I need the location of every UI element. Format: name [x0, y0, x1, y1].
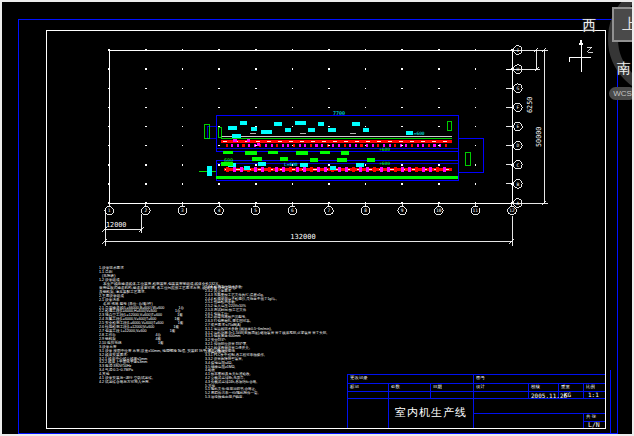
station-tick — [321, 144, 323, 147]
column-bubble-label: 6 — [291, 208, 294, 213]
grid-dot — [108, 49, 110, 51]
dim-total-height: 50000 — [535, 127, 543, 147]
station-tick — [401, 167, 404, 172]
title-block: 更改记录 图号 标记处数日期设计校核重量比例 2005.11.26 KG 1:1… — [347, 374, 605, 428]
grid-dot — [108, 126, 110, 128]
station-tick — [276, 144, 278, 147]
station-tick — [226, 167, 229, 172]
viewcube-west-label[interactable]: 西 — [582, 17, 596, 35]
station-tick — [233, 167, 236, 172]
grid-dot — [218, 145, 220, 147]
grid-dot — [292, 107, 294, 109]
grid-dot — [182, 88, 184, 90]
grid-dot — [218, 88, 220, 90]
ucs-icon — [569, 39, 593, 72]
grid-dot — [438, 88, 440, 90]
station-tick — [304, 144, 306, 147]
station-tick — [299, 144, 301, 147]
station-tick — [296, 167, 299, 172]
grid-dot — [255, 126, 257, 128]
grid-dot — [255, 68, 257, 70]
station-tick — [242, 144, 244, 147]
grid-dot — [145, 126, 147, 128]
station-tick — [268, 167, 271, 172]
grid-dot — [292, 88, 294, 90]
station-tick — [422, 167, 425, 172]
tb-column-label: 重量 — [561, 385, 570, 389]
station-tick — [287, 144, 289, 147]
station-tick — [417, 144, 419, 147]
grid-dot — [328, 164, 330, 166]
station-tick — [443, 167, 446, 172]
tb-scale: 1:1 — [588, 392, 599, 398]
row-bubble-label: H — [516, 67, 519, 72]
grid-dot — [108, 164, 110, 166]
grid-dot — [401, 88, 403, 90]
grid-dot — [475, 126, 477, 128]
grid-dot — [475, 145, 477, 147]
column-bubble-label: 3 — [181, 208, 184, 213]
tb-column-label: 比例 — [586, 385, 595, 389]
row-axis-bubbles: IHGFEDCBA — [506, 46, 522, 208]
grid-dot — [292, 183, 294, 185]
station-tick — [237, 144, 239, 147]
grid-dot — [401, 183, 403, 185]
station-tick — [317, 167, 320, 172]
tb-column-label: 日期 — [433, 385, 442, 389]
column-bubble-label: 1 — [108, 208, 111, 213]
grid-dot — [145, 183, 147, 185]
grid-dot — [108, 183, 110, 185]
grid-dot — [255, 88, 257, 90]
grid-dot — [292, 145, 294, 147]
station-tick — [324, 167, 327, 172]
tb-column-label: 校核 — [531, 385, 540, 389]
grid-dot — [145, 49, 147, 51]
grid-dot — [438, 49, 440, 51]
grid-dot — [438, 183, 440, 185]
grid-dot — [255, 183, 257, 185]
row-bubble-label: E — [516, 124, 519, 129]
grid-dot — [218, 126, 220, 128]
grid-dot — [182, 126, 184, 128]
wcs-dropdown[interactable]: WCS — [609, 87, 634, 100]
station-tick — [359, 167, 362, 172]
station-tick — [433, 144, 435, 147]
tb-weight-unit: KG — [564, 392, 571, 398]
viewcube-top-face[interactable]: 上 — [612, 7, 634, 42]
station-tick — [344, 144, 346, 147]
station-tick — [352, 167, 355, 172]
viewcube-south-label[interactable]: 南 — [617, 60, 631, 78]
station-tick — [275, 167, 278, 172]
grid-dot — [401, 145, 403, 147]
station-tick — [372, 144, 374, 147]
station-tick — [282, 144, 284, 147]
notes-column-1: 1.设备技术要求1.1 总则 (见附表)1.2 设备组成 本生产线由输送线体,工… — [99, 266, 219, 384]
grid-dot — [475, 183, 477, 185]
station-tick — [271, 144, 273, 147]
l-label-upper: L=600 — [411, 131, 425, 136]
line-return-connector — [447, 121, 483, 172]
grid-dots — [108, 49, 512, 204]
note-line: 4.2 试运转合格后方可投入使用。 — [99, 380, 219, 384]
station-tick — [429, 167, 432, 172]
station-tick — [394, 167, 397, 172]
grid-dot — [145, 68, 147, 70]
grid-dot — [365, 164, 367, 166]
station-tick — [261, 167, 264, 172]
column-bubble-label: 5 — [254, 208, 257, 213]
station-tick — [387, 167, 390, 172]
grid-dot — [328, 183, 330, 185]
station-tick — [411, 144, 413, 147]
grid-dot — [292, 68, 294, 70]
tb-column-label: 处数 — [391, 385, 400, 389]
grid-dot — [292, 49, 294, 51]
plus-label-2: +600 — [379, 161, 390, 166]
column-bubble-label: 11 — [473, 208, 479, 213]
row-bubble-label: B — [516, 182, 519, 187]
note-line: 5.3 油漆颜色由用户确定。 — [205, 395, 321, 399]
grid-dot — [475, 88, 477, 90]
tb-sheet-number: L/N — [588, 422, 600, 429]
row-bubble-label: D — [516, 143, 519, 148]
grid-dot — [182, 68, 184, 70]
grid-dot — [438, 68, 440, 70]
